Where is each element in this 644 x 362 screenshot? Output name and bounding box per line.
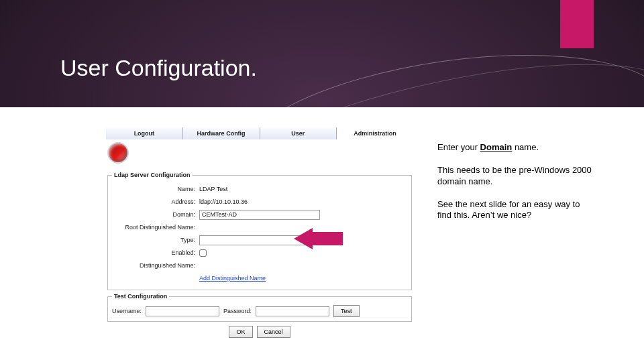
enabled-checkbox[interactable] [199,249,207,257]
label-name: Name: [112,186,199,192]
admin-tab-bar: Logout Hardware Config User Administrati… [106,127,413,139]
ldap-legend: Ldap Server Configuration [112,172,193,178]
domain-input[interactable] [199,210,320,220]
cancel-button[interactable]: Cancel [257,326,290,338]
password-input[interactable] [256,306,329,316]
ldap-server-config-fieldset: Ldap Server Configuration Name: LDAP Tes… [107,172,412,290]
note-1-suffix: name. [512,142,539,152]
test-button[interactable]: Test [333,305,360,317]
note-line-2: This needs to be the pre-Windows 2000 do… [437,165,593,187]
label-root-dn: Root Distinguished Name: [112,224,199,231]
tab-user[interactable]: User [260,127,337,139]
record-row [106,139,413,169]
label-password: Password: [223,308,252,314]
add-distinguished-name-link[interactable]: Add Distinguished Name [199,275,266,282]
record-icon [109,143,127,162]
note-1-prefix: Enter your [437,142,480,152]
admin-config-panel: Logout Hardware Config User Administrati… [106,127,413,338]
value-name: LDAP Test [199,186,227,192]
label-dn: Distinguished Name: [112,262,199,269]
tab-hardware-config[interactable]: Hardware Config [182,127,260,139]
tab-logout[interactable]: Logout [106,127,182,139]
label-enabled: Enabled: [112,249,199,256]
slide-title-bar: User Configuration. [0,0,644,107]
dialog-button-row: OK Cancel [106,326,413,338]
type-select[interactable] [199,235,307,245]
label-username: Username: [112,308,142,314]
callout-arrow-icon [294,228,347,249]
ok-button[interactable]: OK [229,326,252,338]
label-domain: Domain: [112,211,199,218]
label-address: Address: [112,198,199,205]
note-1-domain-word: Domain [480,142,513,152]
ribbon-decoration [560,0,594,48]
tab-administration[interactable]: Administration [336,127,413,139]
test-legend: Test Configuration [112,293,169,300]
note-line-3: See the next slide for an easy way to fi… [437,199,593,221]
arrow-head [294,228,313,249]
arrow-body [313,232,343,245]
slide-notes: Enter your Domain name. This needs to be… [437,142,593,233]
test-config-fieldset: Test Configuration Username: Password: T… [107,293,412,322]
label-type: Type: [112,237,199,243]
note-line-1: Enter your Domain name. [437,142,593,153]
slide-title: User Configuration. [60,55,257,81]
value-address: ldap://10.10.10.36 [199,198,248,205]
username-input[interactable] [146,306,219,316]
slide-content: Logout Hardware Config User Administrati… [0,107,644,362]
